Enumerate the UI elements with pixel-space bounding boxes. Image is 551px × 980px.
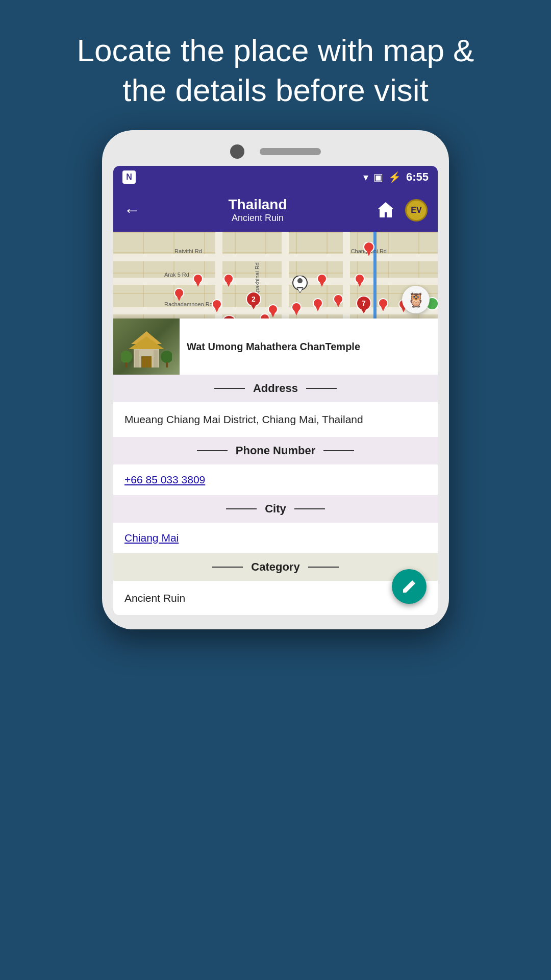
battery-icon: ⚡ [388, 171, 401, 183]
svg-point-16 [297, 278, 303, 283]
svg-marker-27 [336, 302, 341, 307]
header-line-right [294, 508, 325, 509]
category-section: Category Ancient Ruin [113, 553, 438, 616]
status-right: ▾ ▣ ⚡ 6:55 [363, 170, 429, 184]
home-button[interactable] [374, 198, 397, 223]
svg-marker-32 [381, 306, 386, 311]
header-line-left [214, 388, 245, 389]
svg-marker-7 [319, 281, 324, 287]
app-toolbar: ← Thailand Ancient Ruin EV [113, 188, 438, 232]
map-pin [333, 294, 344, 310]
svg-marker-19 [214, 307, 219, 312]
svg-point-48 [161, 351, 172, 363]
phone-content[interactable]: +66 85 033 3809 [113, 464, 438, 495]
map-pin [291, 302, 302, 318]
front-camera [230, 144, 244, 159]
road-arak [113, 278, 438, 285]
wifi-icon: ▾ [363, 171, 368, 183]
map-area[interactable]: Ratvithi Rd Arak 5 Rd Rachadamnoen Rd Ch… [113, 232, 438, 375]
status-left: N [122, 170, 136, 184]
city-section: City Chiang Mai [113, 495, 438, 553]
map-pin [192, 274, 204, 290]
address-header: Address [113, 375, 438, 402]
header-line-right [306, 388, 337, 389]
notification-icon: N [122, 170, 136, 184]
map-pin [223, 274, 234, 290]
phone-section: Phone Number +66 85 033 3809 [113, 437, 438, 495]
city-content[interactable]: Chiang Mai [113, 523, 438, 553]
header-line-left [226, 508, 257, 509]
detail-sections: Address Mueang Chiang Mai District, Chia… [113, 375, 438, 615]
map-pin [378, 298, 389, 314]
address-label: Address [253, 382, 298, 395]
svg-marker-23 [294, 310, 299, 315]
svg-marker-5 [226, 281, 231, 287]
phone-label: Phone Number [236, 444, 315, 457]
map-pin [363, 242, 374, 259]
svg-marker-21 [270, 312, 276, 317]
header-line-left [197, 450, 228, 451]
map-pin-user [292, 276, 308, 296]
map-pin [211, 299, 222, 315]
road-label-ratvithi: Ratvithi Rd [174, 248, 202, 254]
road-ratvithi [113, 254, 438, 261]
back-button[interactable]: ← [123, 200, 141, 220]
map-pin [354, 274, 365, 290]
place-image [113, 318, 180, 375]
toolbar-icons: EV [374, 198, 428, 223]
svg-point-47 [121, 351, 132, 363]
svg-rect-46 [154, 350, 158, 368]
address-section: Address Mueang Chiang Mai District, Chia… [113, 375, 438, 437]
svg-text:2: 2 [252, 295, 256, 303]
signal-icon: ▣ [373, 171, 383, 183]
place-popup-info: Wat Umong Mahathera ChanTemple [180, 318, 438, 375]
svg-text:7: 7 [362, 299, 366, 307]
phone-header: Phone Number [113, 437, 438, 464]
place-name: Wat Umong Mahathera ChanTemple [187, 340, 360, 353]
map-pin [316, 274, 328, 290]
svg-rect-50 [166, 362, 168, 368]
edit-fab-button[interactable] [392, 569, 427, 604]
place-popup-card[interactable]: Wat Umong Mahathera ChanTemple [113, 318, 438, 375]
owl-button[interactable]: 🦉 [402, 286, 430, 313]
map-pin-numbered-7: 7 [355, 296, 372, 316]
page-headline: Locate the place with map & the details … [36, 0, 515, 130]
svg-rect-49 [125, 362, 127, 368]
address-content: Mueang Chiang Mai District, Chiang Mai, … [113, 402, 438, 437]
ev-badge[interactable]: EV [405, 199, 428, 222]
toolbar-subtitle: Ancient Ruin [228, 213, 287, 224]
svg-rect-44 [141, 356, 152, 368]
svg-marker-1 [366, 250, 371, 256]
city-header: City [113, 495, 438, 523]
road-label-arak: Arak 5 Rd [164, 272, 189, 278]
road-label-rachadamnoen: Rachadamnoen Rd [164, 301, 213, 307]
toolbar-title-main: Thailand [228, 197, 287, 213]
phone-frame: N ▾ ▣ ⚡ 6:55 ← Thailand Ancient Ruin [102, 130, 449, 629]
phone-top-bar [113, 144, 438, 159]
category-label: Category [251, 560, 299, 574]
svg-marker-17 [297, 288, 303, 293]
status-bar: N ▾ ▣ ⚡ 6:55 [113, 166, 438, 188]
category-content: Ancient Ruin [113, 581, 438, 616]
status-time: 6:55 [406, 170, 429, 184]
map-pin-numbered-2a: 2 [245, 292, 262, 312]
svg-marker-25 [315, 306, 320, 311]
map-pin [312, 298, 323, 314]
svg-marker-9 [357, 281, 362, 287]
category-header: Category [113, 553, 438, 581]
svg-marker-3 [195, 281, 201, 287]
phone-screen: N ▾ ▣ ⚡ 6:55 ← Thailand Ancient Ruin [113, 166, 438, 615]
city-label: City [265, 502, 286, 516]
header-line-left [212, 567, 243, 568]
svg-rect-45 [135, 350, 139, 368]
svg-marker-11 [177, 296, 182, 301]
speaker-grille [260, 148, 321, 155]
map-pin [173, 288, 185, 304]
header-line-right [323, 450, 354, 451]
toolbar-title: Thailand Ancient Ruin [228, 197, 287, 224]
header-line-right [308, 567, 339, 568]
